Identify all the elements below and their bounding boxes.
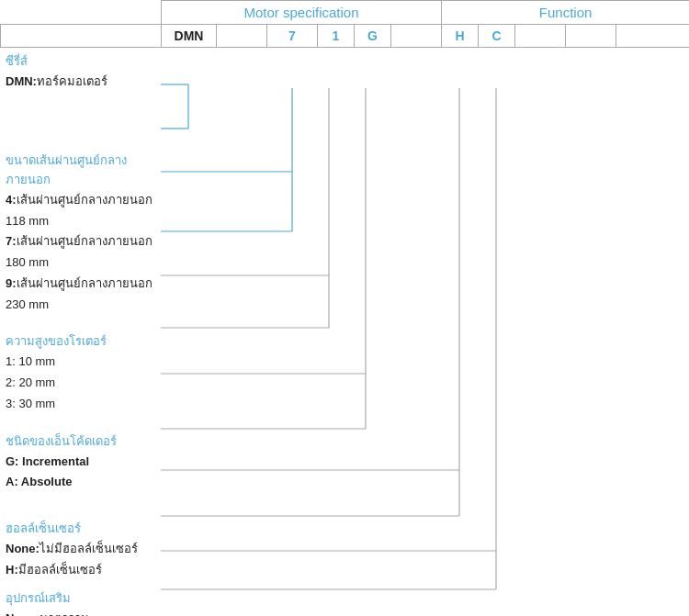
header-table: Motor specification Function DMN 7 1 G H…: [0, 0, 689, 48]
rotor-label-1: 1:: [6, 354, 16, 368]
series-text-dmn: ทอร์คมอเตอร์: [37, 74, 107, 88]
diameter-text-4: เส้นผ่านศูนย์กลางภายนอก 118 mm: [6, 193, 152, 228]
encoder-section: ชนิดของเอ็นโค้ดเดอร์ G: Incremental A: A…: [0, 428, 161, 498]
hall-item-1: None:ไม่มีฮอลล์เซ็นเซอร์: [6, 539, 155, 560]
spacer-1: [0, 96, 161, 147]
code-C: C: [479, 25, 515, 48]
accessories-section: อุปกรณ์เสริม None:มาตรฐาน C:กำหนดเอง: [0, 585, 161, 617]
diameter-title: ขนาดเส้นผ่านศูนย์กลางภายนอก: [6, 151, 155, 189]
rotor-text-3: 30 mm: [18, 397, 55, 410]
spacer-4: [0, 497, 161, 515]
diameter-section: ขนาดเส้นผ่านศูนย์กลางภายนอก 4:เส้นผ่านศู…: [0, 147, 161, 319]
hall-label-H: H:: [6, 563, 18, 577]
spacer-3: [0, 419, 161, 428]
diameter-label-9: 9:: [6, 276, 17, 290]
hall-text-none: ไม่มีฮอลล์เซ็นเซอร์: [40, 542, 138, 555]
code-H: H: [442, 25, 479, 48]
encoder-label-A: A:: [6, 475, 18, 488]
diameter-text-7: เส้นผ่านศูนย์กลางภายนอก 180 mm: [6, 234, 152, 269]
page-container: Motor specification Function DMN 7 1 G H…: [0, 0, 689, 616]
diameter-label-4: 4:: [6, 193, 17, 207]
accessories-label-none: None:: [6, 611, 40, 617]
hall-text-H: มีฮอลล์เซ็นเซอร์: [18, 563, 102, 577]
series-item-1: DMN:ทอร์คมอเตอร์: [6, 72, 155, 93]
encoder-title: ชนิดของเอ็นโค้ดเดอร์: [6, 431, 155, 451]
rotor-section: ความสูงของโรเตอร์ 1: 10 mm 2: 20 mm 3: 3…: [0, 328, 161, 418]
rotor-title: ความสูงของโรเตอร์: [6, 331, 155, 351]
sections-panel: ซีรี่ส์ DMN:ทอร์คมอเตอร์ ขนาดเส้นผ่านศูน…: [0, 48, 161, 616]
function-header: Function: [442, 1, 689, 25]
main-content: ซีรี่ส์ DMN:ทอร์คมอเตอร์ ขนาดเส้นผ่านศูน…: [0, 48, 689, 616]
code-7: 7: [267, 25, 318, 48]
diameter-label-7: 7:: [6, 234, 17, 248]
series-label-dmn: DMN:: [6, 74, 37, 88]
accessories-text-none: มาตรฐาน: [40, 611, 89, 617]
encoder-item-2: A: Absolute: [6, 472, 155, 493]
hall-label-none: None:: [6, 542, 40, 555]
rotor-text-1: 10 mm: [18, 354, 55, 368]
diameter-text-9: เส้นผ่านศูนย์กลางภายนอก 230 mm: [6, 276, 152, 311]
rotor-label-2: 2:: [6, 375, 16, 389]
code-G: G: [355, 25, 391, 48]
hall-item-2: H:มีฮอลล์เซ็นเซอร์: [6, 560, 155, 581]
series-section: ซีรี่ส์ DMN:ทอร์คมอเตอร์: [0, 48, 161, 96]
diameter-item-3: 9:เส้นผ่านศูนย์กลางภายนอก 230 mm: [6, 274, 155, 316]
series-title: ซีรี่ส์: [6, 51, 155, 71]
rotor-text-2: 20 mm: [18, 375, 55, 389]
rotor-item-3: 3: 30 mm: [6, 394, 155, 415]
accessories-title: อุปกรณ์เสริม: [6, 588, 155, 608]
motor-spec-header: Motor specification: [162, 1, 442, 25]
encoder-text-G: Incremental: [22, 454, 89, 468]
rotor-item-2: 2: 20 mm: [6, 373, 155, 394]
encoder-text-A: Absolute: [21, 475, 73, 488]
spacer-2: [0, 319, 161, 328]
hall-title: ฮอลล์เซ็นเซอร์: [6, 519, 155, 538]
encoder-item-1: G: Incremental: [6, 452, 155, 473]
rotor-item-1: 1: 10 mm: [6, 352, 155, 373]
encoder-label-G: G:: [6, 454, 18, 468]
diameter-item-1: 4:เส้นผ่านศูนย์กลางภายนอก 118 mm: [6, 190, 155, 232]
rotor-label-3: 3:: [6, 397, 16, 410]
diameter-item-2: 7:เส้นผ่านศูนย์กลางภายนอก 180 mm: [6, 231, 155, 274]
code-dmn: DMN: [162, 25, 217, 48]
hall-section: ฮอลล์เซ็นเซอร์ None:ไม่มีฮอลล์เซ็นเซอร์ …: [0, 515, 161, 585]
code-1: 1: [318, 25, 355, 48]
accessories-item-1: None:มาตรฐาน: [6, 609, 155, 617]
